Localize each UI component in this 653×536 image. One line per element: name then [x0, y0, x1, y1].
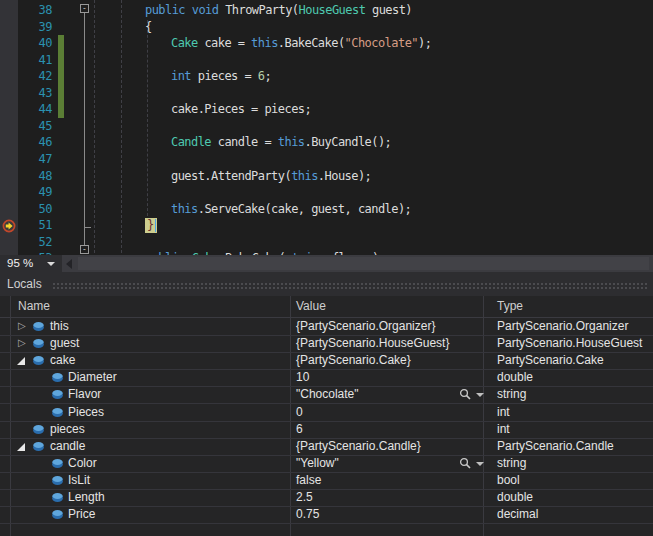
field-icon [51, 372, 64, 383]
locals-grid: Name Value Type ▷ this{PartyScenario.Org… [0, 296, 653, 536]
variable-name: guest [50, 336, 79, 350]
variable-type: PartyScenario.Candle [497, 439, 614, 453]
variable-type: PartyScenario.Cake [497, 353, 604, 367]
locals-row-cake[interactable]: cake{PartyScenario.Cake}PartyScenario.Ca… [0, 352, 653, 370]
variable-name: Flavor [68, 387, 101, 401]
line-number: 38 [20, 2, 52, 18]
current-statement-arrow-icon[interactable] [2, 219, 16, 233]
code-token: candle = [211, 135, 278, 149]
field-icon [51, 475, 64, 486]
variable-type: string [497, 456, 526, 470]
locals-window: Locals Name Value Type ▷ this{PartyScena… [0, 272, 653, 536]
code-token: pieces = [191, 69, 258, 83]
locals-row-Pieces[interactable]: Pieces0int [0, 404, 653, 422]
code-line-40[interactable]: Cake cake = this.BakeCake("Chocolate"); [171, 35, 431, 51]
variable-name: this [50, 319, 69, 333]
text-caret [155, 219, 156, 232]
locals-row-guest[interactable]: ▷ guest{PartyScenario.HouseGuest}PartySc… [0, 335, 653, 353]
code-token: HouseGuest [299, 3, 366, 17]
code-line-38[interactable]: public void ThrowParty(HouseGuest guest) [145, 2, 412, 18]
current-statement-highlight: } [145, 218, 157, 233]
code-token: ThrowParty( [218, 3, 298, 17]
code-line-48[interactable]: guest.AttendParty(this.House); [171, 168, 371, 184]
field-icon [32, 321, 45, 332]
locals-row-Flavor[interactable]: Flavor"Chocolate" string [0, 386, 653, 404]
code-line-42[interactable]: int pieces = 6; [171, 68, 271, 84]
code-token [185, 3, 192, 17]
locals-row-candle[interactable]: candle{PartyScenario.Candle}PartyScenari… [0, 438, 653, 456]
code-line-51[interactable]: } [145, 217, 157, 233]
variable-value[interactable]: {PartyScenario.HouseGuest} [296, 336, 449, 350]
locals-row-Length[interactable]: Length2.5double [0, 489, 653, 507]
variable-type: double [497, 490, 533, 504]
line-number: 43 [20, 85, 52, 101]
line-number: 48 [20, 168, 52, 184]
zoom-level-value: 95 % [7, 257, 33, 269]
tracked-changes-bar [58, 35, 64, 118]
variable-type: decimal [497, 507, 538, 521]
fold-region-line [84, 13, 85, 245]
variable-type: int [497, 405, 510, 419]
locals-row-this[interactable]: ▷ this{PartyScenario.Organizer}PartyScen… [0, 318, 653, 336]
code-token: guest) [365, 3, 412, 17]
variable-value[interactable]: 0.75 [296, 507, 319, 521]
fold-collapse-icon[interactable]: - [80, 245, 89, 254]
locals-row-IsLit[interactable]: IsLitfalsebool [0, 472, 653, 490]
zoom-level-dropdown[interactable]: 95 % [0, 255, 62, 272]
locals-row-Color[interactable]: Color"Yellow" string [0, 455, 653, 473]
code-line-39[interactable]: { [145, 19, 152, 35]
field-icon [32, 424, 45, 435]
locals-row-Price[interactable]: Price0.75decimal [0, 506, 653, 524]
code-token: Cake [171, 36, 198, 50]
code-editor[interactable]: - - 38public void ThrowParty(HouseGuest … [0, 0, 653, 255]
column-header-name[interactable]: Name [18, 299, 50, 313]
locals-row-pieces[interactable]: pieces6int [0, 421, 653, 439]
column-headers: Name Value Type [0, 296, 653, 318]
variable-name: Color [68, 456, 97, 470]
visualizer-dropdown-icon[interactable] [476, 462, 484, 466]
expander-expanded-icon[interactable] [17, 443, 25, 451]
breakpoint-margin[interactable] [0, 0, 18, 255]
expander-collapsed-icon[interactable]: ▷ [18, 338, 26, 348]
code-token: .House); [318, 169, 371, 183]
variable-value[interactable]: 2.5 [296, 490, 313, 504]
field-icon [51, 492, 64, 503]
variable-value[interactable]: 0 [296, 405, 303, 419]
indent-guide [94, 0, 95, 253]
variable-value[interactable]: 10 [296, 370, 309, 384]
variable-type: PartyScenario.Organizer [497, 319, 628, 333]
expander-expanded-icon[interactable] [17, 357, 25, 365]
code-token: public [145, 3, 185, 17]
expander-collapsed-icon[interactable]: ▷ [18, 321, 26, 331]
indent-guide [147, 20, 148, 216]
magnifier-icon[interactable] [459, 388, 472, 401]
field-icon [32, 338, 45, 349]
magnifier-icon[interactable] [459, 457, 472, 470]
variable-value[interactable]: 6 [296, 422, 303, 436]
code-token: cake.Pieces = pieces; [171, 102, 311, 116]
variable-value[interactable]: {PartyScenario.Candle} [296, 439, 421, 453]
fold-collapse-icon[interactable]: - [80, 4, 89, 13]
code-line-50[interactable]: this.ServeCake(cake, guest, candle); [171, 201, 411, 217]
variable-type: double [497, 370, 533, 384]
scroll-left-arrow-icon[interactable] [66, 259, 72, 269]
line-number: 44 [20, 101, 52, 117]
locals-row-Diameter[interactable]: Diameter10double [0, 369, 653, 387]
locals-title-bar[interactable]: Locals [0, 272, 653, 296]
code-token: void [192, 3, 219, 17]
field-icon [32, 355, 45, 366]
horizontal-scrollbar[interactable] [78, 257, 649, 270]
code-line-46[interactable]: Candle candle = this.BuyCandle(); [171, 134, 391, 150]
variable-value[interactable]: false [296, 473, 321, 487]
code-line-44[interactable]: cake.Pieces = pieces; [171, 101, 311, 117]
column-header-value[interactable]: Value [296, 299, 326, 313]
variable-value[interactable]: "Chocolate" [296, 387, 359, 401]
variable-value[interactable]: "Yellow" [296, 456, 339, 470]
variable-value[interactable]: {PartyScenario.Cake} [296, 353, 411, 367]
variable-value[interactable]: {PartyScenario.Organizer} [296, 319, 435, 333]
column-header-type[interactable]: Type [497, 299, 523, 313]
variable-name: Diameter [68, 370, 117, 384]
line-number: 52 [20, 234, 52, 250]
variable-name: candle [50, 439, 85, 453]
visualizer-dropdown-icon[interactable] [476, 393, 484, 397]
